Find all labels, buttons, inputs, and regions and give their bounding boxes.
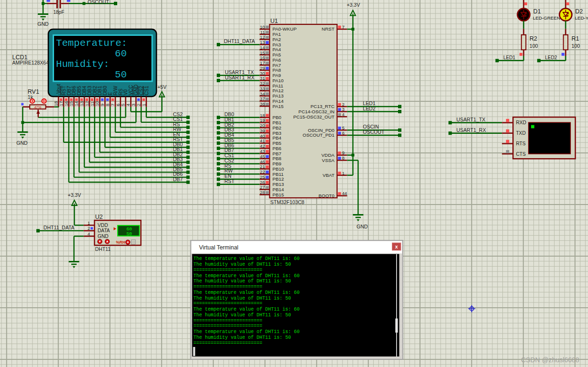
svg-text:CTS: CTS (516, 151, 526, 157)
svg-text:OSCOUT: OSCOUT (88, 0, 110, 5)
svg-text:PC14-OSC32_IN: PC14-OSC32_IN (299, 109, 334, 114)
svg-text:26: 26 (260, 180, 265, 185)
svg-text:60: 60 (115, 48, 127, 59)
svg-text:28: 28 (260, 190, 265, 195)
svg-text:PB9: PB9 (273, 161, 282, 166)
svg-text:1: 1 (342, 171, 344, 176)
svg-text:PB10: PB10 (273, 166, 285, 172)
svg-text:The humidity value of DHT11 is: The humidity value of DHT11 is: 50 (193, 262, 291, 267)
svg-text:46: 46 (260, 160, 265, 164)
svg-text:PB7: PB7 (273, 151, 282, 156)
svg-text:========================: ======================== (193, 318, 262, 324)
svg-text:8: 8 (105, 104, 110, 106)
svg-text:Humidity:: Humidity: (56, 59, 110, 70)
svg-text:PB11: PB11 (273, 172, 284, 177)
svg-text:PA15: PA15 (273, 104, 284, 109)
svg-text:PB8: PB8 (273, 156, 282, 161)
svg-text:5: 5 (121, 104, 125, 106)
svg-text:45: 45 (260, 154, 265, 159)
svg-text:11: 11 (90, 101, 95, 106)
svg-text:U2: U2 (95, 214, 103, 220)
svg-text:RXD: RXD (516, 120, 526, 125)
svg-text:DB3: DB3 (87, 86, 92, 95)
svg-text:PA11: PA11 (273, 83, 284, 88)
svg-text:DB0: DB0 (102, 86, 108, 95)
svg-text:PA10: PA10 (273, 78, 284, 83)
svg-text:PA8: PA8 (273, 67, 281, 73)
svg-text:21: 21 (260, 164, 265, 169)
svg-text:STM32F103C8: STM32F103C8 (270, 199, 304, 205)
svg-text:PB0: PB0 (273, 115, 282, 120)
svg-text:32: 32 (260, 81, 265, 86)
svg-text:CSDN @zhusl6688: CSDN @zhusl6688 (521, 356, 579, 364)
svg-text:PB6: PB6 (273, 146, 282, 151)
svg-text:The temperature value of DHT11: The temperature value of DHT11 is: 60 (193, 256, 300, 261)
svg-text:USART1_RX: USART1_RX (225, 75, 255, 80)
svg-text:47%: 47% (34, 105, 41, 109)
svg-text:13: 13 (260, 40, 265, 45)
svg-text:Virtual Terminal: Virtual Terminal (199, 244, 238, 251)
svg-text:41: 41 (260, 139, 265, 143)
svg-text:1: 1 (88, 221, 90, 226)
svg-text:AMPIRE128X64: AMPIRE128X64 (12, 60, 49, 65)
svg-text:30: 30 (260, 71, 265, 76)
svg-text:22: 22 (260, 170, 265, 174)
svg-text:44: 44 (342, 191, 347, 196)
svg-text:OSCOUT_PD1: OSCOUT_PD1 (303, 132, 334, 138)
svg-text:1: 1 (142, 104, 146, 106)
svg-text:PB4: PB4 (273, 135, 282, 140)
svg-text:9: 9 (342, 151, 344, 155)
svg-text:PA13: PA13 (273, 93, 284, 98)
svg-text:LED2: LED2 (545, 55, 557, 60)
svg-text:GND: GND (16, 140, 28, 146)
svg-text:PB3: PB3 (273, 130, 282, 136)
svg-text:PA7: PA7 (273, 63, 281, 68)
svg-text:42: 42 (260, 144, 265, 149)
svg-text:VDD: VDD (98, 223, 108, 228)
svg-text:The temperature value of DHT11: The temperature value of DHT11 is: 60 (193, 273, 300, 279)
svg-text:14: 14 (260, 45, 265, 50)
svg-text:5: 5 (342, 126, 344, 130)
svg-text:PB14: PB14 (273, 187, 285, 192)
svg-text:PA14: PA14 (273, 98, 284, 104)
svg-text:16: 16 (64, 101, 69, 106)
svg-text:12: 12 (260, 35, 265, 40)
svg-text:4: 4 (88, 232, 90, 237)
svg-text:E: E (108, 92, 113, 96)
svg-text:DHT11: DHT11 (95, 246, 111, 252)
svg-text:R/W: R/W (113, 86, 118, 95)
svg-text:18pF: 18pF (54, 10, 65, 15)
svg-text:8: 8 (342, 156, 344, 161)
svg-text:34: 34 (260, 92, 265, 97)
svg-text:R1: R1 (572, 35, 579, 42)
svg-text:18: 18 (54, 101, 58, 106)
svg-text:2: 2 (136, 104, 141, 106)
svg-text:33: 33 (260, 86, 265, 91)
svg-text:D2: D2 (575, 8, 583, 15)
svg-text:The humidity value of DHT11 is: The humidity value of DHT11 is: 50 (193, 335, 291, 340)
svg-text:43: 43 (260, 149, 265, 154)
svg-text:17: 17 (260, 61, 265, 65)
svg-text:PA12: PA12 (273, 88, 284, 93)
svg-text:%RH: %RH (116, 240, 125, 245)
svg-text:16: 16 (260, 55, 265, 60)
svg-text:7: 7 (111, 104, 115, 106)
svg-text:+3.3V: +3.3V (68, 192, 81, 198)
svg-text:17: 17 (59, 101, 64, 106)
svg-text:BOOT0: BOOT0 (319, 193, 335, 198)
svg-text:GND: GND (98, 234, 109, 239)
svg-text:27: 27 (260, 185, 265, 190)
svg-text:NRST: NRST (322, 26, 334, 32)
svg-text:3: 3 (342, 107, 344, 112)
svg-text:19: 19 (260, 118, 265, 123)
svg-text:GND: GND (356, 224, 368, 229)
svg-text:LED2: LED2 (363, 106, 376, 111)
svg-text:2: 2 (342, 102, 344, 107)
svg-text:11: 11 (260, 30, 265, 35)
svg-text:RST: RST (61, 86, 67, 95)
svg-text:DB5: DB5 (77, 86, 82, 95)
svg-text:D1: D1 (533, 8, 541, 15)
svg-text:The temperature value of DHT11: The temperature value of DHT11 is: 60 (193, 329, 300, 335)
svg-text:31: 31 (260, 76, 265, 81)
svg-text:PC13_RTC: PC13_RTC (311, 104, 334, 109)
